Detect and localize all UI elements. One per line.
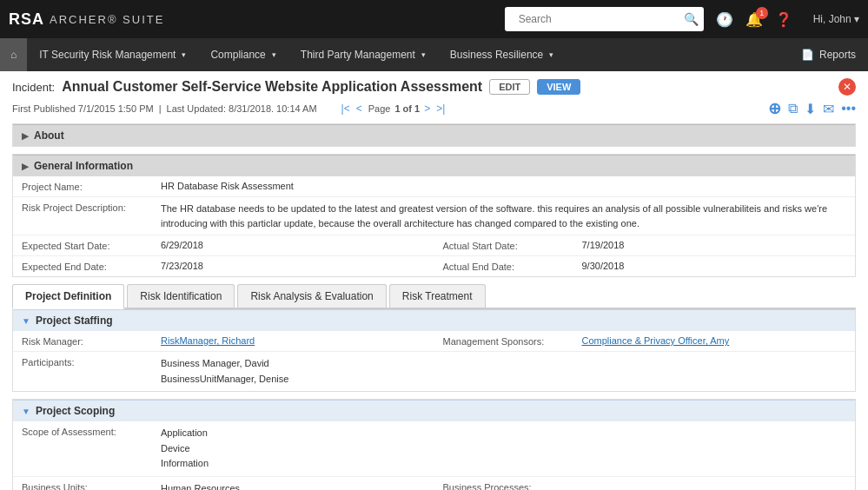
about-triangle-icon: ▶ — [22, 131, 29, 141]
tab-project-definition[interactable]: Project Definition — [12, 284, 124, 309]
publish-row: First Published 7/1/2015 1:50 PM | Last … — [12, 99, 856, 118]
tabs-row: Project Definition Risk Identification R… — [12, 284, 856, 309]
staffing-section: ▼ Project Staffing Risk Manager: RiskMan… — [12, 309, 856, 392]
desc-row: Risk Project Description: The HR databas… — [13, 197, 855, 235]
compliance-nav-item[interactable]: Compliance ▾ — [198, 38, 288, 71]
add-icon[interactable]: ⊕ — [768, 99, 781, 118]
participants-label: Participants: — [22, 356, 161, 368]
business-units-half: Business Units: Human Resources Risk Uni… — [13, 477, 434, 490]
participant-1[interactable]: Business Manager, David — [161, 356, 846, 372]
risk-manager-half: Risk Manager: RiskManager, Richard — [13, 331, 434, 351]
it-security-nav-item[interactable]: IT Security Risk Management ▾ — [27, 38, 198, 71]
scope-label: Scope of Assessment: — [22, 426, 161, 437]
general-info-triangle-icon: ▶ — [22, 162, 29, 171]
actual-end-value: 9/30/2018 — [582, 261, 847, 272]
more-icon[interactable]: ••• — [841, 101, 856, 116]
scoping-triangle-icon: ▼ — [22, 407, 30, 416]
start-date-value: 6/29/2018 — [161, 240, 426, 251]
business-processes-half: Business Processes: — [434, 477, 856, 490]
actual-start-label: Actual Start Date: — [443, 240, 582, 251]
action-icons: ⊕ ⧉ ⬇ ✉ ••• — [768, 99, 856, 118]
actual-end-half: Actual End Date: 9/30/2018 — [434, 256, 856, 276]
actual-start-half: Actual Start Date: 7/19/2018 — [434, 235, 856, 255]
desc-label: Risk Project Description: — [22, 202, 161, 213]
page-current: 1 of 1 — [394, 103, 420, 114]
tab-risk-analysis[interactable]: Risk Analysis & Evaluation — [237, 284, 386, 308]
email-icon[interactable]: ✉ — [823, 101, 834, 117]
risk-manager-split: Risk Manager: RiskManager, Richard Manag… — [13, 331, 855, 351]
next-page-button[interactable]: > — [422, 103, 432, 115]
view-button[interactable]: VIEW — [537, 79, 580, 95]
participant-2[interactable]: BusinessUnitManager, Denise — [161, 372, 846, 387]
rsa-logo: RSA — [9, 10, 44, 29]
risk-manager-row: Risk Manager: RiskManager, Richard Manag… — [13, 331, 855, 352]
end-dates-split: Expected End Date: 7/23/2018 Actual End … — [13, 256, 855, 276]
general-info-header[interactable]: ▶ General Information — [13, 155, 855, 176]
close-button[interactable]: ✕ — [838, 78, 856, 96]
about-section: ▶ About — [12, 123, 856, 147]
notifications-icon[interactable]: 🔔 1 — [745, 11, 763, 28]
first-published: First Published 7/1/2015 1:50 PM — [12, 103, 154, 114]
business-units-row: Business Units: Human Resources Risk Uni… — [13, 477, 855, 490]
last-page-button[interactable]: >| — [434, 103, 447, 115]
first-page-button[interactable]: |< — [340, 103, 352, 115]
history-icon[interactable]: 🕐 — [716, 11, 733, 28]
project-name-label: Project Name: — [22, 181, 161, 192]
end-date-half: Expected End Date: 7/23/2018 — [13, 256, 434, 276]
business-units-label: Business Units: — [22, 481, 161, 490]
scope-value-3: Information — [161, 456, 846, 472]
last-updated: Last Updated: 8/31/2018. 10:14 AM — [167, 103, 317, 114]
actual-end-label: Actual End Date: — [443, 261, 582, 272]
risk-manager-value[interactable]: RiskManager, Richard — [161, 335, 426, 347]
mgmt-sponsors-half: Management Sponsors: Compliance & Privac… — [434, 331, 856, 351]
incident-header: Incident: Annual Customer Self-Service W… — [12, 78, 856, 96]
staffing-triangle-icon: ▼ — [22, 316, 30, 326]
third-party-nav-item[interactable]: Third Party Management ▾ — [288, 38, 438, 71]
end-date-label: Expected End Date: — [22, 261, 161, 272]
business-unit-1[interactable]: Human Resources — [161, 481, 426, 490]
user-menu[interactable]: Hi, John ▾ — [813, 13, 859, 25]
business-units-values: Human Resources Risk Unit — [161, 481, 426, 490]
business-processes-value — [582, 481, 847, 490]
prev-page-button[interactable]: < — [354, 103, 364, 115]
scope-row: Scope of Assessment: Application Device … — [13, 421, 855, 477]
copy-icon[interactable]: ⧉ — [788, 101, 798, 116]
compliance-label: Compliance — [210, 49, 265, 61]
compliance-arrow: ▾ — [272, 50, 276, 59]
edit-button[interactable]: EDIT — [489, 79, 530, 95]
reports-label: Reports — [819, 49, 856, 61]
logo-area: RSA ARCHER® SUITE — [9, 10, 164, 29]
scoping-section: ▼ Project Scoping Scope of Assessment: A… — [12, 399, 856, 490]
help-icon[interactable]: ❓ — [775, 11, 792, 28]
reports-button[interactable]: 📄 Reports — [789, 38, 868, 71]
end-dates-row: Expected End Date: 7/23/2018 Actual End … — [13, 256, 855, 276]
business-processes-label: Business Processes: — [443, 481, 582, 490]
tab-risk-identification[interactable]: Risk Identification — [127, 284, 235, 308]
scoping-header[interactable]: ▼ Project Scoping — [13, 400, 855, 421]
archer-suite-text: ARCHER® SUITE — [50, 13, 164, 26]
third-party-arrow: ▾ — [421, 50, 426, 59]
search-icon[interactable]: 🔍 — [684, 12, 699, 26]
participants-values: Business Manager, David BusinessUnitMana… — [161, 356, 846, 387]
incident-prefix: Incident: — [12, 81, 55, 94]
participants-row: Participants: Business Manager, David Bu… — [13, 352, 855, 391]
separator: | — [159, 103, 162, 114]
home-nav-item[interactable]: ⌂ — [0, 38, 27, 71]
about-header[interactable]: ▶ About — [13, 124, 855, 146]
project-name-row: Project Name: HR Database Risk Assessmen… — [13, 176, 855, 197]
mgmt-sponsors-label: Management Sponsors: — [443, 335, 582, 347]
general-info-section: ▶ General Information Project Name: HR D… — [12, 154, 856, 277]
start-date-label: Expected Start Date: — [22, 240, 161, 251]
download-icon[interactable]: ⬇ — [805, 101, 816, 117]
mgmt-sponsors-value[interactable]: Compliance & Privacy Officer, Amy — [582, 335, 847, 347]
start-date-half: Expected Start Date: 6/29/2018 — [13, 235, 434, 255]
tab-risk-treatment[interactable]: Risk Treatment — [389, 284, 486, 308]
search-input[interactable] — [510, 9, 684, 30]
about-label: About — [34, 129, 64, 142]
project-name-value: HR Database Risk Assessment — [161, 181, 846, 191]
scope-values: Application Device Information — [161, 426, 846, 472]
business-resilience-nav-item[interactable]: Business Resilience ▾ — [438, 38, 566, 71]
dates-split: Expected Start Date: 6/29/2018 Actual St… — [13, 235, 855, 255]
notification-badge: 1 — [756, 7, 768, 19]
staffing-header[interactable]: ▼ Project Staffing — [13, 309, 855, 331]
